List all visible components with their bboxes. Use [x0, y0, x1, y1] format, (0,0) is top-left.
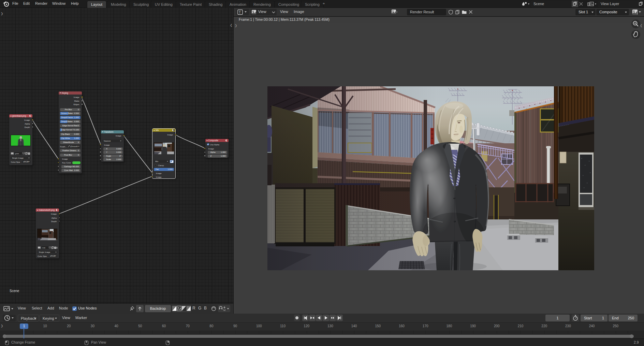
- svg-text:T: T: [239, 11, 241, 14]
- svg-text:gree: gree: [15, 153, 19, 155]
- svg-text:mat: mat: [42, 247, 45, 249]
